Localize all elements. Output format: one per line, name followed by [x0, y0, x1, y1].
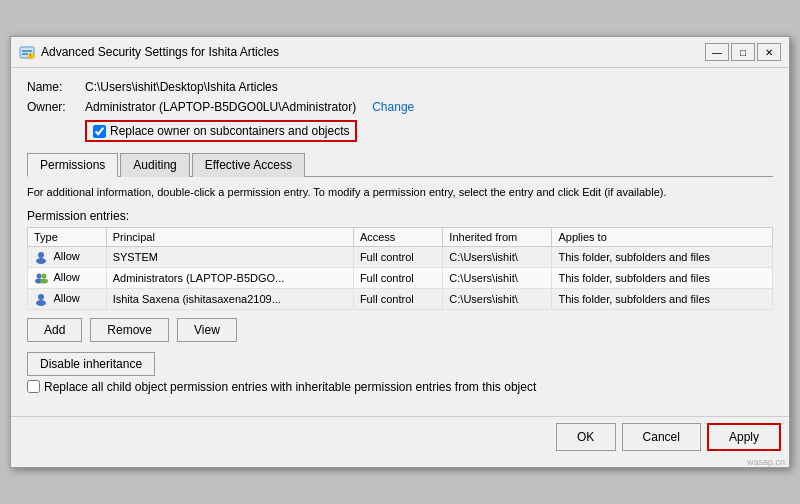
owner-row: Owner: Administrator (LAPTOP-B5DGO0LU\Ad…: [27, 100, 773, 114]
remove-button[interactable]: Remove: [90, 318, 169, 342]
replace-child-label: Replace all child object permission entr…: [44, 380, 536, 394]
change-owner-link[interactable]: Change: [372, 100, 414, 114]
svg-point-5: [38, 252, 44, 258]
col-header-access: Access: [353, 227, 442, 246]
svg-point-7: [37, 273, 42, 278]
info-text: For additional information, double-click…: [27, 185, 773, 200]
table-row[interactable]: Allow SYSTEM Full control C:\Users\ishit…: [28, 246, 773, 267]
owner-value: Administrator (LAPTOP-B5DGO0LU\Administr…: [85, 100, 356, 114]
svg-point-6: [36, 258, 46, 264]
svg-point-10: [40, 278, 48, 283]
replace-child-checkbox[interactable]: [27, 380, 40, 393]
minimize-button[interactable]: —: [705, 43, 729, 61]
permission-table: Type Principal Access Inherited from App…: [27, 227, 773, 310]
user-icon: [34, 292, 48, 306]
name-row: Name: C:\Users\ishit\Desktop\Ishita Arti…: [27, 80, 773, 94]
title-bar-left: ! Advanced Security Settings for Ishita …: [19, 44, 279, 60]
cancel-button[interactable]: Cancel: [622, 423, 701, 451]
row2-applies: This folder, subfolders and files: [552, 288, 773, 309]
tab-bar: Permissions Auditing Effective Access: [27, 152, 773, 177]
row2-principal: Ishita Saxena (ishitasaxena2109...: [106, 288, 353, 309]
replace-owner-wrapper: Replace owner on subcontainers and objec…: [85, 120, 773, 142]
row0-principal: SYSTEM: [106, 246, 353, 267]
window-icon: !: [19, 44, 35, 60]
add-button[interactable]: Add: [27, 318, 82, 342]
title-bar-controls: — □ ✕: [705, 43, 781, 61]
dialog-content: Name: C:\Users\ishit\Desktop\Ishita Arti…: [11, 68, 789, 416]
row0-type: Allow: [28, 246, 107, 267]
row2-inherited: C:\Users\ishit\: [443, 288, 552, 309]
svg-rect-2: [22, 53, 28, 55]
owner-label: Owner:: [27, 100, 77, 114]
tab-effective-access[interactable]: Effective Access: [192, 153, 305, 177]
action-buttons: Add Remove View: [27, 318, 773, 342]
svg-point-11: [38, 294, 44, 300]
permission-entries-label: Permission entries:: [27, 209, 773, 223]
svg-point-12: [36, 300, 46, 306]
disable-inheritance-button[interactable]: Disable inheritance: [27, 352, 155, 376]
close-button[interactable]: ✕: [757, 43, 781, 61]
row2-access: Full control: [353, 288, 442, 309]
row0-inherited: C:\Users\ishit\: [443, 246, 552, 267]
replace-owner-checkbox[interactable]: [93, 125, 106, 138]
row0-access: Full control: [353, 246, 442, 267]
row2-type: Allow: [28, 288, 107, 309]
row1-principal: Administrators (LAPTOP-B5DGO...: [106, 267, 353, 288]
watermark: wasap.cn: [11, 457, 789, 467]
row1-applies: This folder, subfolders and files: [552, 267, 773, 288]
main-window: ! Advanced Security Settings for Ishita …: [10, 36, 790, 468]
svg-text:!: !: [30, 53, 31, 59]
view-button[interactable]: View: [177, 318, 237, 342]
table-row[interactable]: Allow Administrators (LAPTOP-B5DGO... Fu…: [28, 267, 773, 288]
bottom-checkbox-row: Replace all child object permission entr…: [27, 380, 773, 394]
tab-auditing[interactable]: Auditing: [120, 153, 189, 177]
row1-type: Allow: [28, 267, 107, 288]
window-title: Advanced Security Settings for Ishita Ar…: [41, 45, 279, 59]
col-header-applies: Applies to: [552, 227, 773, 246]
svg-point-9: [42, 273, 47, 278]
name-value: C:\Users\ishit\Desktop\Ishita Articles: [85, 80, 278, 94]
name-label: Name:: [27, 80, 77, 94]
row0-applies: This folder, subfolders and files: [552, 246, 773, 267]
table-row[interactable]: Allow Ishita Saxena (ishitasaxena2109...…: [28, 288, 773, 309]
ok-button[interactable]: OK: [556, 423, 616, 451]
col-header-inherited: Inherited from: [443, 227, 552, 246]
col-header-type: Type: [28, 227, 107, 246]
user-icon: [34, 250, 48, 264]
maximize-button[interactable]: □: [731, 43, 755, 61]
user-icon: [34, 271, 48, 285]
title-bar: ! Advanced Security Settings for Ishita …: [11, 37, 789, 68]
tab-permissions[interactable]: Permissions: [27, 153, 118, 177]
row1-access: Full control: [353, 267, 442, 288]
apply-button[interactable]: Apply: [707, 423, 781, 451]
dialog-buttons: OK Cancel Apply: [11, 416, 789, 457]
svg-rect-1: [22, 50, 32, 52]
replace-owner-label: Replace owner on subcontainers and objec…: [110, 124, 349, 138]
col-header-principal: Principal: [106, 227, 353, 246]
row1-inherited: C:\Users\ishit\: [443, 267, 552, 288]
